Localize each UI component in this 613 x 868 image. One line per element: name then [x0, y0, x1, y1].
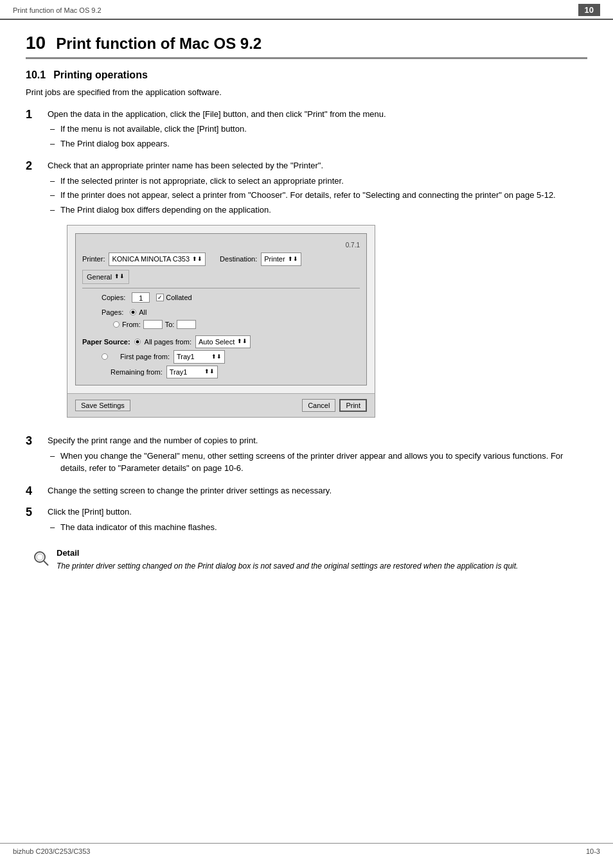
dialog-separator-1	[82, 288, 360, 288]
copies-input[interactable]: 1	[132, 292, 150, 303]
first-page-select[interactable]: Tray1 ⬆⬇	[173, 350, 225, 364]
step-2: 2 Check that an appropriate printer name…	[26, 159, 587, 427]
dialog-paper-source-section: Paper Source: All pages from: Auto Selec…	[82, 335, 360, 379]
step-1-number: 1	[26, 108, 41, 122]
step-2-text: Check that an appropriate printer name h…	[48, 161, 323, 170]
svg-line-1	[44, 561, 48, 565]
footer-left: bizhub C203/C253/C353	[13, 847, 90, 855]
step-1-sub-2: The Print dialog box appears.	[48, 137, 587, 150]
cancel-button[interactable]: Cancel	[302, 399, 335, 412]
first-page-row: First page from: Tray1 ⬆⬇	[82, 350, 360, 364]
chapter-badge: 10	[578, 4, 600, 16]
main-content: 10 Print function of Mac OS 9.2 10.1 Pri…	[0, 20, 613, 598]
collated-label-text: Collated	[166, 292, 191, 303]
remaining-select-arrow: ⬆⬇	[204, 368, 215, 376]
detail-text: The printer driver setting changed on th…	[57, 560, 587, 572]
dialog-inner: 0.7.1 Printer: KONICA MINOLTA C353 ⬆⬇ De…	[75, 233, 367, 385]
paper-source-all-row: Paper Source: All pages from: Auto Selec…	[82, 335, 360, 349]
print-dialog-screenshot: 0.7.1 Printer: KONICA MINOLTA C353 ⬆⬇ De…	[67, 225, 375, 418]
pages-main-label: Pages:	[102, 307, 123, 318]
pages-all-label: All	[139, 307, 147, 318]
detail-box: Detail The printer driver setting change…	[32, 548, 587, 572]
pages-from-radio[interactable]	[113, 321, 120, 328]
step-2-content: Check that an appropriate printer name h…	[48, 159, 587, 427]
step-2-number: 2	[26, 159, 41, 173]
first-page-label: First page from:	[112, 351, 170, 362]
collated-checkbox-label[interactable]: ✓ Collated	[156, 292, 191, 303]
step-4-number: 4	[26, 484, 41, 499]
to-input[interactable]	[177, 320, 196, 329]
step-1-content: Open the data in the application, click …	[48, 108, 587, 152]
detail-icon-row: Detail The printer driver setting change…	[32, 548, 587, 572]
step-5: 5 Click the [Print] button. The data ind…	[26, 506, 587, 535]
dialog-buttons: Save Settings Cancel Print	[67, 393, 375, 417]
all-pages-label: All pages from:	[145, 337, 191, 348]
from-input[interactable]	[143, 320, 163, 329]
step-5-content: Click the [Print] button. The data indic…	[48, 506, 587, 535]
all-pages-radio[interactable]	[134, 339, 141, 345]
pages-all-row: Pages: All	[102, 307, 360, 318]
step-2-sub-2: If the printer does not appear, select a…	[48, 189, 587, 202]
paper-source-label: Paper Source:	[82, 337, 130, 348]
destination-select-arrow: ⬆⬇	[288, 255, 298, 264]
section-title: Printing operations	[53, 69, 148, 81]
pages-all-radio[interactable]	[130, 309, 136, 315]
print-button[interactable]: Print	[339, 399, 367, 412]
step-4-content: Change the setting screen to change the …	[48, 484, 587, 497]
step-5-number: 5	[26, 506, 41, 520]
collated-checkbox[interactable]: ✓	[156, 294, 164, 301]
step-2-sub-3: The Print dialog box differs depending o…	[48, 204, 587, 217]
dialog-action-buttons: Cancel Print	[302, 399, 367, 412]
step-1: 1 Open the data in the application, clic…	[26, 108, 587, 152]
step-2-sub-1: If the selected printer is not appropria…	[48, 175, 587, 188]
pages-from-to-row: From: To:	[102, 319, 360, 330]
dialog-version: 0.7.1	[82, 240, 360, 250]
top-bar-text: Print function of Mac OS 9.2	[13, 6, 102, 14]
step-3-text: Specify the print range and the number o…	[48, 436, 258, 445]
step-2-subitems: If the selected printer is not appropria…	[48, 175, 587, 217]
destination-select[interactable]: Printer ⬆⬇	[261, 252, 301, 266]
magnify-icon	[32, 549, 50, 567]
chapter-heading: 10 Print function of Mac OS 9.2	[26, 33, 587, 59]
step-3-number: 3	[26, 434, 41, 448]
save-settings-button[interactable]: Save Settings	[75, 400, 130, 411]
section-heading: 10.1 Printing operations	[26, 69, 587, 81]
step-1-text: Open the data in the application, click …	[48, 109, 386, 119]
step-1-sub-1: If the menu is not available, click the …	[48, 123, 587, 136]
step-5-sub-1: The data indicator of this machine flash…	[48, 521, 587, 534]
chapter-title: Print function of Mac OS 9.2	[56, 35, 262, 53]
remaining-label: Remaining from:	[102, 367, 163, 378]
footer-right: 10-3	[586, 847, 600, 855]
auto-select-dropdown[interactable]: Auto Select ⬆⬇	[195, 335, 251, 349]
first-page-radio[interactable]	[102, 353, 108, 360]
printer-select[interactable]: KONICA MINOLTA C353 ⬆⬇	[109, 252, 206, 266]
general-select[interactable]: General ⬆⬇	[82, 270, 129, 285]
dialog-pages-section: Pages: All From: To:	[82, 307, 360, 330]
from-label: From:	[122, 319, 141, 330]
remaining-row: Remaining from: Tray1 ⬆⬇	[82, 366, 360, 379]
top-bar: Print function of Mac OS 9.2 10	[0, 0, 613, 20]
chapter-number: 10	[26, 33, 46, 53]
general-select-arrow: ⬆⬇	[114, 272, 125, 281]
first-page-select-arrow: ⬆⬇	[211, 353, 222, 362]
step-3: 3 Specify the print range and the number…	[26, 434, 587, 477]
remaining-select[interactable]: Tray1 ⬆⬇	[166, 366, 218, 379]
step-5-subitems: The data indicator of this machine flash…	[48, 521, 587, 534]
printer-select-arrow: ⬆⬇	[192, 255, 202, 264]
dialog-printer-row: Printer: KONICA MINOLTA C353 ⬆⬇ Destinat…	[82, 252, 360, 266]
dialog-copies-row: Copies: 1 ✓ Collated	[82, 292, 360, 303]
step-5-text: Click the [Print] button.	[48, 507, 132, 517]
step-3-content: Specify the print range and the number o…	[48, 434, 587, 477]
step-1-subitems: If the menu is not available, click the …	[48, 123, 587, 150]
detail-content: Detail The printer driver setting change…	[57, 548, 587, 572]
step-3-subitems: When you change the "General" menu, othe…	[48, 450, 587, 475]
intro-text: Print jobs are specified from the applic…	[26, 86, 587, 99]
step-4-text: Change the setting screen to change the …	[48, 486, 332, 495]
svg-point-2	[37, 554, 43, 560]
svg-point-0	[35, 552, 45, 562]
step-4: 4 Change the setting screen to change th…	[26, 484, 587, 499]
printer-label: Printer:	[82, 254, 105, 265]
footer: bizhub C203/C253/C353 10-3	[0, 843, 613, 855]
step-3-sub-1: When you change the "General" menu, othe…	[48, 450, 587, 475]
dialog-general-row: General ⬆⬇	[82, 270, 360, 285]
